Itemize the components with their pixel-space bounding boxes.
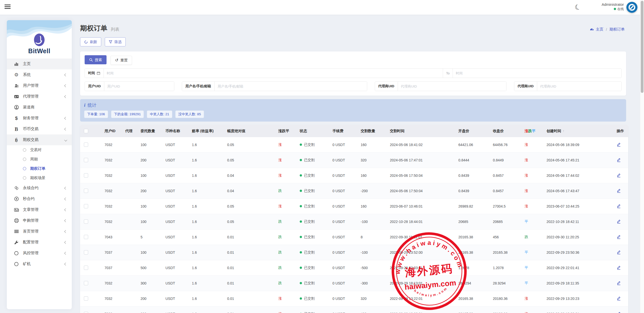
edit-button[interactable]	[617, 280, 621, 286]
edit-button[interactable]	[617, 296, 621, 301]
cell-coin: USDT	[165, 245, 192, 260]
cell-created: 2022-09-29 13:20:23	[547, 291, 617, 306]
sidebar-item-perpetual[interactable]: 永续合约	[7, 183, 72, 193]
cell-created: 2022-09-29 13:20:21	[547, 306, 617, 313]
sidebar-item-agents[interactable]: 代理管理	[7, 91, 72, 102]
sidebar-item-articles[interactable]: 文章管理	[7, 204, 72, 215]
date-from-input[interactable]	[104, 69, 443, 78]
row-checkbox[interactable]	[84, 266, 88, 270]
column-header-open: 开盘价	[458, 125, 493, 137]
column-header-label: 代理	[125, 129, 132, 133]
cell-value: 20165.38	[458, 297, 473, 301]
row-checkbox[interactable]	[84, 312, 88, 313]
sidebar-item-risk[interactable]: 风控管理	[7, 248, 72, 259]
cell-value: USDT	[165, 220, 175, 224]
search-button[interactable]: 搜索	[85, 55, 107, 64]
row-checkbox[interactable]	[84, 296, 88, 301]
cell-agent	[125, 275, 141, 291]
cell-close: 0.8457	[493, 168, 525, 183]
column-header-coin: 币种名称	[165, 125, 192, 137]
status-dot-icon	[300, 282, 302, 284]
sidebar-item-channel[interactable]: 渠道商	[7, 102, 72, 113]
article-icon	[13, 208, 19, 212]
sidebar-item-seconds[interactable]: 秒合约	[7, 193, 72, 204]
scrollbar-thumb[interactable]	[641, 1, 643, 93]
orders-table-card: 用户ID代理委托数量币种名称赔率 (收益率)幅度绝对值涨跌平状态手续费交割数量交…	[80, 125, 628, 313]
sort-asc-icon[interactable]: ↑	[563, 129, 564, 133]
cell-value: 7032	[105, 220, 112, 224]
refresh-icon	[84, 40, 88, 44]
select-all-checkbox[interactable]	[84, 129, 88, 133]
cell-value: 20180.36	[493, 312, 507, 313]
sidebar-item-miner[interactable]: 矿机	[7, 259, 72, 269]
user-uid-input[interactable]	[104, 82, 174, 91]
cell-user_id: 7032	[105, 152, 125, 168]
date-to-input[interactable]	[453, 69, 621, 78]
row-checkbox[interactable]	[84, 281, 88, 285]
edit-button[interactable]	[617, 265, 621, 271]
dark-mode-moon-icon[interactable]: ☾	[573, 2, 582, 12]
edit-button[interactable]	[617, 234, 621, 240]
sidebar-item-system[interactable]: ⚙系统	[7, 69, 72, 80]
cell-fee: 0 USDT	[332, 168, 361, 183]
sidebar-item-options[interactable]: B期权交易	[7, 134, 72, 145]
date-range-group: 时间 To	[85, 68, 622, 78]
user-name-input[interactable]	[215, 82, 367, 91]
column-header-char: 涨	[525, 129, 528, 133]
row-checkbox[interactable]	[84, 173, 88, 178]
sidebar-item-users[interactable]: 用户管理	[7, 80, 72, 91]
row-checkbox[interactable]	[84, 219, 88, 224]
sidebar-subitem-期权场景[interactable]: 期权场景	[7, 173, 72, 183]
refresh-button[interactable]: 刷新	[80, 37, 101, 46]
scrollbar-track[interactable]	[640, 0, 644, 313]
agent-uid-input-2[interactable]	[537, 82, 621, 91]
cell-amplitude: 0.05	[227, 152, 278, 168]
sidebar-item-subscribe[interactable]: 申购管理	[7, 215, 72, 226]
sidebar-item-homepage[interactable]: 首页管理	[7, 226, 72, 237]
edit-button[interactable]	[617, 173, 621, 178]
edit-button[interactable]	[617, 219, 621, 224]
edit-button[interactable]	[617, 157, 621, 163]
sidebar-subitem-交易对[interactable]: 交易对	[7, 145, 72, 155]
row-checkbox[interactable]	[84, 189, 88, 193]
row-checkbox[interactable]	[84, 143, 88, 147]
cell-status: 已交割	[300, 291, 332, 306]
sidebar-subitem-label: 期权订单	[30, 166, 45, 171]
sidebar-item-config[interactable]: 配置管理	[7, 237, 72, 248]
row-checkbox[interactable]	[84, 204, 88, 208]
cell-amount: 100	[141, 245, 165, 260]
sidebar-item-finance[interactable]: $财务管理	[7, 113, 72, 124]
filter-button[interactable]: 筛选	[105, 37, 126, 46]
cell-open: 1.2078	[458, 260, 493, 275]
agent-uid-input-1[interactable]	[398, 82, 506, 91]
hamburger-menu-icon[interactable]	[5, 5, 11, 10]
updown-value: 涨	[525, 173, 528, 177]
avatar[interactable]	[626, 2, 637, 13]
cell-value: 1.6	[192, 189, 197, 193]
admin-block[interactable]: Administrator 在线	[602, 2, 624, 11]
row-checkbox[interactable]	[84, 250, 88, 254]
cell-settle_time: 2024-05-06 17:50:04	[390, 183, 458, 198]
edit-button[interactable]	[617, 188, 621, 194]
sidebar-subitem-期权订单[interactable]: 期权订单	[7, 164, 72, 173]
sidebar-item-home[interactable]: 主页	[7, 59, 72, 69]
status-text: 已交割	[304, 266, 315, 270]
sidebar-item-label: 矿机	[23, 261, 65, 267]
cell-amount: 300	[141, 275, 165, 291]
breadcrumb-home-link[interactable]: 主页	[596, 27, 603, 32]
edit-button[interactable]	[617, 142, 621, 148]
row-checkbox[interactable]	[84, 235, 88, 239]
dashboard-icon	[590, 27, 594, 32]
sidebar-item-spot[interactable]: B币币交易	[7, 124, 72, 134]
column-header-created[interactable]: 创建时间↑	[547, 125, 617, 137]
cell-updown: 跌	[278, 229, 300, 245]
sidebar-subitem-周期[interactable]: 周期	[7, 155, 72, 164]
cell-status: 已交割	[300, 306, 332, 313]
edit-button[interactable]	[617, 250, 621, 255]
edit-button[interactable]	[617, 204, 621, 209]
pencil-edit-icon	[617, 204, 621, 208]
reset-button[interactable]: ↺ 重置	[111, 56, 132, 65]
edit-button[interactable]	[617, 311, 621, 313]
row-checkbox[interactable]	[84, 158, 88, 162]
cell-amount: 500	[141, 260, 165, 275]
